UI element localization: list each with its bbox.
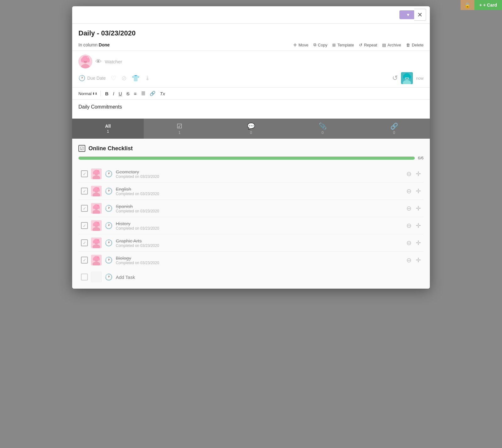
item-actions-4: ⊖ ✛: [404, 238, 421, 247]
item-checkbox-5[interactable]: ✓: [81, 257, 88, 264]
item-title-4: Graphic Arts: [116, 238, 401, 243]
item-checkbox-4[interactable]: ✓: [81, 239, 88, 246]
move-label: Move: [298, 43, 308, 47]
item-clock-2[interactable]: 🕐: [105, 205, 113, 212]
modal-topbar: ▾ ✕: [72, 6, 430, 24]
link-button[interactable]: 🔗: [148, 90, 157, 97]
attributes-right: ↺ now: [392, 72, 424, 84]
underline-button[interactable]: U: [117, 90, 123, 97]
item-clock-4[interactable]: 🕐: [105, 239, 113, 247]
item-drag-1[interactable]: ✛: [416, 187, 421, 195]
item-drag-2[interactable]: ✛: [416, 205, 421, 212]
item-avatar-0: [91, 168, 102, 179]
item-subtitle-0: Completed on 03/23/2020: [116, 174, 401, 179]
tab-attachments[interactable]: 📎 0: [287, 119, 358, 139]
modal-meta-bar: In column Done ✛ Move ⧉ Copy ⊞ Template …: [72, 40, 430, 51]
add-task-input[interactable]: [116, 275, 421, 280]
item-drag-4[interactable]: ✛: [416, 239, 421, 247]
add-task-clock-icon[interactable]: 🕐: [105, 273, 113, 281]
item-text-0: Geometory Completed on 03/23/2020: [116, 169, 401, 179]
tab-attachments-count: 0: [322, 131, 324, 135]
unordered-list-button[interactable]: ☰: [140, 90, 147, 97]
archive-button[interactable]: ▤ Archive: [382, 43, 401, 47]
add-card-btn[interactable]: + + Card: [474, 0, 502, 10]
tab-checklist-count: 1: [179, 131, 181, 135]
item-remove-2[interactable]: ⊖: [404, 204, 413, 213]
item-title-2: Spanish: [116, 204, 401, 209]
copy-label: Copy: [318, 43, 327, 47]
item-drag-3[interactable]: ✛: [416, 222, 421, 229]
item-clock-1[interactable]: 🕐: [105, 187, 113, 195]
strikethrough-button[interactable]: S: [125, 90, 131, 97]
item-remove-4[interactable]: ⊖: [404, 238, 413, 247]
ordered-list-button[interactable]: ≡: [133, 90, 138, 97]
copy-icon: ⧉: [313, 42, 316, 47]
italic-button[interactable]: I: [112, 90, 115, 97]
heart-button[interactable]: ♡: [111, 74, 116, 82]
template-button[interactable]: ⊞ Template: [332, 43, 354, 47]
repeat-button[interactable]: ↺ Repeat: [359, 43, 377, 47]
user-avatar[interactable]: [78, 55, 92, 68]
add-card-label: + Card: [483, 3, 497, 8]
item-remove-3[interactable]: ⊖: [404, 221, 413, 230]
item-remove-1[interactable]: ⊖: [404, 187, 413, 195]
item-clock-0[interactable]: 🕐: [105, 170, 113, 178]
item-avatar-4: [91, 237, 102, 248]
editor-content[interactable]: Daily Commitments: [72, 100, 430, 119]
item-checkbox-0[interactable]: ✓: [81, 170, 88, 177]
item-checkbox-3[interactable]: ✓: [81, 222, 88, 229]
close-button[interactable]: ✕: [414, 9, 426, 21]
format-select[interactable]: Normal ⬆⬇: [78, 91, 97, 96]
delete-button[interactable]: 🗑 Delete: [406, 43, 424, 47]
top-right-bar: 🔒 + + Card: [461, 0, 502, 10]
move-button[interactable]: ✛ Move: [293, 43, 308, 47]
item-clock-3[interactable]: 🕐: [105, 222, 113, 229]
editor-avatar[interactable]: [401, 72, 413, 84]
tab-comments[interactable]: 💬 0: [215, 119, 287, 139]
bold-button[interactable]: B: [104, 90, 110, 97]
svg-point-60: [93, 240, 95, 243]
item-drag-5[interactable]: ✛: [416, 256, 421, 264]
item-subtitle-2: Completed on 03/23/2020: [116, 209, 401, 213]
item-title-3: History: [116, 221, 401, 226]
lock-icon-btn[interactable]: 🔒: [461, 0, 474, 10]
copy-button[interactable]: ⧉ Copy: [313, 42, 327, 47]
item-remove-0[interactable]: ⊖: [404, 169, 413, 178]
checklist-item: ✓ 🕐 Geometory: [78, 165, 424, 183]
due-date-button[interactable]: 🕐 Due Date: [78, 75, 106, 82]
number-dropdown-arrow[interactable]: ▾: [407, 12, 409, 17]
tab-checklist[interactable]: ☑ 1: [144, 119, 215, 139]
template-label: Template: [337, 43, 354, 47]
svg-point-69: [93, 258, 95, 261]
modal-title: Daily - 03/23/2020: [78, 29, 424, 37]
checklist-toggle[interactable]: ☑: [78, 145, 85, 152]
tab-all[interactable]: All 1: [72, 119, 144, 139]
delete-label: Delete: [412, 43, 424, 47]
item-avatar-1: [91, 186, 102, 196]
number-badge-group: ▾ ✕: [399, 9, 426, 21]
item-drag-0[interactable]: ✛: [416, 170, 421, 178]
clear-format-button[interactable]: Tx: [159, 90, 167, 97]
checklist-section: ☑ Online Checklist 6/6 ✓: [72, 139, 430, 289]
shirt-button[interactable]: 👕: [132, 74, 140, 82]
checklist-items: ✓ 🕐 Geometory: [78, 165, 424, 269]
history-button[interactable]: ↺: [392, 74, 398, 82]
card-number-badge[interactable]: ▾: [399, 10, 414, 19]
progress-bar-fill: [78, 157, 415, 160]
thermometer-button[interactable]: 🌡: [145, 75, 151, 82]
tab-links[interactable]: 🔗 0: [358, 119, 430, 139]
item-text-3: History Completed on 03/23/2020: [116, 221, 401, 231]
item-subtitle-4: Completed on 03/23/2020: [116, 243, 401, 248]
modal-title-area: Daily - 03/23/2020: [72, 24, 430, 40]
attributes-left: 🕐 Due Date ♡ ⊘ 👕 🌡: [78, 74, 151, 82]
plus-icon: +: [479, 3, 482, 8]
item-actions-5: ⊖ ✛: [404, 256, 421, 264]
item-checkbox-2[interactable]: ✓: [81, 205, 88, 212]
svg-point-62: [97, 239, 99, 241]
item-clock-5[interactable]: 🕐: [105, 256, 113, 264]
item-checkbox-1[interactable]: ✓: [81, 188, 88, 195]
svg-point-42: [93, 206, 95, 209]
time-label: now: [416, 76, 424, 81]
no-button[interactable]: ⊘: [121, 74, 127, 82]
item-remove-5[interactable]: ⊖: [404, 256, 413, 264]
